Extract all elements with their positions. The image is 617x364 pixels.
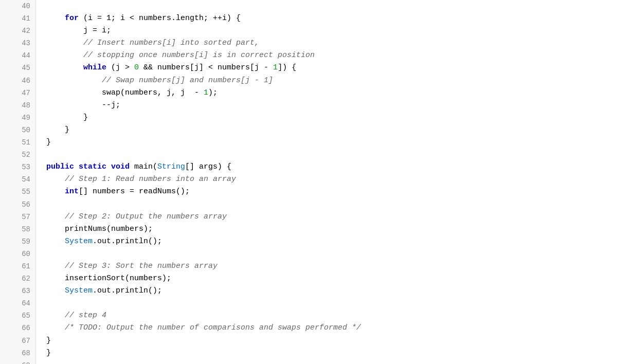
code-line: j = i; xyxy=(46,25,617,37)
code-area[interactable]: for (i = 1; i < numbers.length; ++i) { j… xyxy=(36,0,617,364)
code-token: // Step 2: Output the numbers array xyxy=(65,212,227,221)
code-line xyxy=(46,149,617,161)
code-token xyxy=(46,39,83,47)
code-token: --j; xyxy=(46,101,120,110)
code-token: // step 4 xyxy=(65,311,106,320)
line-number: 48 xyxy=(5,99,30,112)
code-line: System.out.println(); xyxy=(46,285,617,297)
line-number: 59 xyxy=(5,235,30,248)
code-line: System.out.println(); xyxy=(46,235,617,248)
line-number: 60 xyxy=(5,248,30,260)
code-line: /* TODO: Output the number of comparison… xyxy=(46,322,617,334)
code-token: main( xyxy=(130,162,157,171)
line-number: 41 xyxy=(5,12,30,25)
code-line: } xyxy=(46,136,617,149)
line-number: 53 xyxy=(5,161,30,173)
code-token: // Step 1: Read numbers into an array xyxy=(65,175,236,184)
code-line: } xyxy=(46,335,617,347)
code-token xyxy=(46,187,65,196)
code-line: } xyxy=(46,347,617,359)
code-token: 1 xyxy=(273,63,278,72)
code-token: /* TODO: Output the number of comparison… xyxy=(65,323,361,332)
line-number: 66 xyxy=(5,322,30,334)
line-number: 47 xyxy=(5,87,30,99)
code-line: // Step 3: Sort the numbers array xyxy=(46,260,617,272)
line-number: 64 xyxy=(5,297,30,310)
code-token: j = i; xyxy=(46,26,111,35)
line-number: 42 xyxy=(5,25,30,37)
line-number: 54 xyxy=(5,173,30,186)
code-token xyxy=(46,237,65,246)
line-number: 55 xyxy=(5,186,30,198)
line-number: 43 xyxy=(5,37,30,49)
line-number: 44 xyxy=(5,49,30,62)
code-token: && numbers[j] < numbers[j - xyxy=(139,63,273,72)
code-token: 0 xyxy=(134,63,139,72)
line-number: 63 xyxy=(5,285,30,297)
code-line: // Swap numbers[j] and numbers[j - 1] xyxy=(46,75,617,87)
code-token: // Insert numbers[i] into sorted part, xyxy=(83,39,259,47)
code-token: while xyxy=(83,63,106,72)
code-token xyxy=(106,162,111,171)
line-number: 40 xyxy=(5,0,30,12)
line-number: 50 xyxy=(5,124,30,136)
code-token xyxy=(74,162,79,171)
code-line xyxy=(46,0,617,12)
code-token: insertionSort(numbers); xyxy=(46,274,171,283)
code-line: public static void main(String[] args) { xyxy=(46,161,617,173)
code-token xyxy=(46,212,65,221)
line-number: 46 xyxy=(5,75,30,87)
code-editor: 4041424344454647484950515253545556575859… xyxy=(0,0,617,364)
code-token: int xyxy=(65,187,79,196)
code-line: // step 4 xyxy=(46,310,617,322)
line-number-gutter: 4041424344454647484950515253545556575859… xyxy=(0,0,36,364)
code-line: --j; xyxy=(46,99,617,112)
line-number: 49 xyxy=(5,112,30,124)
code-token: ); xyxy=(208,88,217,97)
line-number: 57 xyxy=(5,211,30,223)
code-token: void xyxy=(111,162,130,171)
code-token xyxy=(46,63,83,72)
line-number: 58 xyxy=(5,223,30,235)
code-token: } xyxy=(46,113,88,122)
code-line: // stopping once numbers[i] is in correc… xyxy=(46,49,617,62)
code-line: // Insert numbers[i] into sorted part, xyxy=(46,37,617,49)
line-number: 68 xyxy=(5,347,30,359)
code-token xyxy=(46,14,65,23)
line-number: 65 xyxy=(5,310,30,322)
code-token: // Swap numbers[j] and numbers[j - 1] xyxy=(102,76,273,85)
code-token: } xyxy=(46,138,51,147)
code-token xyxy=(46,175,65,184)
code-token: .out.println(); xyxy=(93,286,162,295)
line-number: 69 xyxy=(5,359,30,364)
code-line xyxy=(46,359,617,364)
code-line: insertionSort(numbers); xyxy=(46,272,617,285)
code-token xyxy=(46,262,65,270)
line-number: 52 xyxy=(5,149,30,161)
line-number: 62 xyxy=(5,272,30,285)
code-token: [] numbers = readNums(); xyxy=(79,187,190,196)
line-number: 67 xyxy=(5,335,30,347)
code-line xyxy=(46,198,617,211)
code-token xyxy=(46,286,65,295)
code-token: } xyxy=(46,349,51,357)
code-line: int[] numbers = readNums(); xyxy=(46,186,617,198)
code-token: String xyxy=(157,162,185,171)
code-token: // Step 3: Sort the numbers array xyxy=(65,262,217,270)
code-token: (j > xyxy=(106,63,134,72)
code-token: } xyxy=(46,125,69,134)
line-number: 56 xyxy=(5,198,30,211)
code-token xyxy=(46,323,65,332)
code-token: System xyxy=(65,237,93,246)
code-token: for xyxy=(65,14,79,23)
code-token: ]) { xyxy=(278,63,296,72)
code-token: static xyxy=(79,162,106,171)
code-line: // Step 2: Output the numbers array xyxy=(46,211,617,223)
code-line xyxy=(46,248,617,260)
code-token xyxy=(46,311,65,320)
code-token: (i = 1; i < numbers.length; ++i) { xyxy=(79,14,241,23)
code-token: 1 xyxy=(204,88,208,97)
code-token xyxy=(46,76,102,85)
code-token: // stopping once numbers[i] is in correc… xyxy=(83,51,315,60)
code-token: } xyxy=(46,336,51,345)
